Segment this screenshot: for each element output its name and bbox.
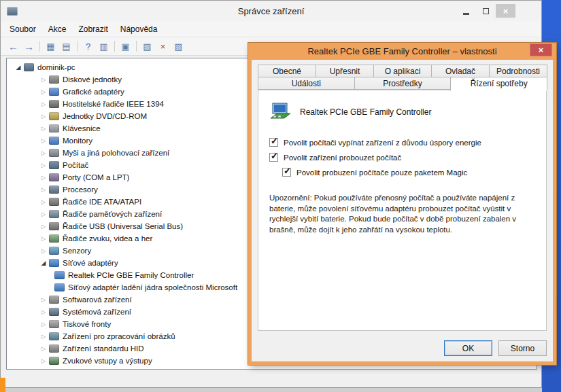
tree-item-label: Myši a jiná polohovací zařízení [63, 149, 169, 157]
processor-icon [49, 185, 59, 194]
tree-item-label: Porty (COM a LPT) [63, 173, 129, 181]
ieee1394-icon [49, 100, 59, 108]
ok-button[interactable]: OK [444, 340, 492, 356]
tab-o-aplikaci[interactable]: O aplikaci [373, 65, 432, 77]
network-adapter-icon [49, 259, 59, 267]
checkbox-label: Povolit probuzení počítače pouze paketem… [296, 168, 467, 177]
tree-item-label: Senzory [63, 247, 91, 255]
device-header: Realtek PCIe GBE Family Controller [269, 103, 536, 122]
tab-obecne[interactable]: Obecné [258, 65, 316, 77]
menu-item-napoveda[interactable]: Nápověda [114, 22, 164, 36]
power-management-panel: Realtek PCIe GBE Family Controller ✓Povo… [258, 90, 547, 331]
close-icon: × [503, 6, 509, 16]
checked-checkbox-icon[interactable]: ✓ [269, 138, 278, 147]
expand-arrow-icon[interactable]: ▷ [39, 77, 48, 83]
toolbar-separator [39, 41, 40, 52]
tree-item-label: Systémová zařízení [63, 308, 131, 316]
checkbox-povolit-zarizeni-probouzet-pocitac[interactable]: ✓Povolit zařízení probouzet počítač [269, 153, 536, 162]
tab-podrobnosti[interactable]: Podrobnosti [489, 65, 547, 77]
update-driver-icon[interactable]: ▧ [140, 40, 154, 53]
ide-controller-icon [49, 198, 59, 206]
tree-item-label: Řadiče paměťových zařízení [63, 210, 162, 218]
expand-arrow-icon[interactable]: ▷ [39, 248, 48, 254]
expand-arrow-icon[interactable]: ▷ [39, 101, 48, 107]
maximize-button[interactable] [476, 4, 496, 18]
expand-arrow-icon[interactable]: ▷ [39, 309, 48, 315]
menu-item-akce[interactable]: Akce [42, 22, 73, 36]
expand-arrow-icon[interactable]: ▷ [39, 321, 48, 327]
expand-arrow-icon[interactable]: ▷ [39, 346, 48, 352]
expand-arrow-icon[interactable]: ▷ [39, 89, 48, 95]
keyboard-icon [49, 124, 59, 132]
tab-ovladac[interactable]: Ovladač [431, 65, 490, 77]
expand-arrow-icon[interactable]: ▷ [39, 150, 48, 156]
expand-arrow-icon[interactable]: ▷ [39, 358, 48, 364]
tree-item-label: Softwarová zařízení [63, 296, 132, 304]
help-icon[interactable]: ? [81, 40, 95, 53]
properties-dialog: Realtek PCIe GBE Family Controller – vla… [248, 43, 556, 365]
window-title-bar[interactable]: Správce zařízení × [1, 1, 541, 21]
checkbox-povolit-probuzeni-pocitace-pouze-paketem-magic[interactable]: ✓Povolit probuzení počítače pouze pakete… [282, 168, 536, 177]
tree-item-label: Realtek PCIe GBE Family Controller [68, 271, 194, 279]
checked-checkbox-icon[interactable]: ✓ [269, 153, 278, 162]
back-icon[interactable]: ← [6, 40, 20, 53]
close-button[interactable]: × [496, 4, 515, 18]
properties-icon[interactable]: ▥ [97, 40, 111, 53]
uninstall-device-icon[interactable]: × [156, 40, 170, 53]
forward-icon[interactable]: → [22, 40, 36, 53]
disk-drive-icon [49, 75, 59, 84]
monitor-icon [49, 137, 59, 145]
check-mark-icon: ✓ [284, 166, 291, 176]
imaging-device-icon [49, 332, 59, 340]
expand-arrow-icon[interactable]: ▷ [39, 138, 48, 144]
ports-icon [49, 173, 59, 181]
cancel-button[interactable]: Storno [498, 340, 547, 356]
minimize-button[interactable] [456, 4, 476, 18]
tab-udalosti[interactable]: Události [258, 77, 355, 90]
expand-arrow-icon[interactable]: ▷ [39, 187, 48, 193]
tree-item-label: Grafické adaptéry [63, 88, 124, 96]
desktop-background-corner [0, 378, 5, 392]
console-tree-icon[interactable]: ▦ [44, 40, 58, 53]
close-icon: × [539, 45, 544, 55]
desktop: Správce zařízení × SouborAkceZobrazitNáp… [0, 0, 561, 392]
checkbox-group: ✓Povolit počítači vypínat zařízení z dův… [269, 138, 536, 177]
expand-arrow-icon[interactable]: ▷ [39, 224, 48, 230]
expand-arrow-icon[interactable]: ▷ [39, 162, 48, 168]
tab-row-2: UdálostiProstředkyŘízení spotřeby [258, 77, 547, 90]
export-list-icon[interactable]: ▤ [59, 40, 73, 53]
disable-device-icon[interactable]: ▨ [171, 40, 186, 53]
checkbox-povolit-pocitaci-vypinat-zarizeni-z-duvodu-uspory-energie[interactable]: ✓Povolit počítači vypínat zařízení z dův… [269, 138, 536, 147]
menu-item-soubor[interactable]: Soubor [3, 22, 42, 36]
expand-arrow-icon[interactable]: ▷ [39, 297, 48, 303]
menu-item-zobrazit[interactable]: Zobrazit [72, 22, 114, 36]
checked-checkbox-icon[interactable]: ✓ [282, 168, 291, 177]
expand-arrow-icon[interactable]: ▷ [39, 126, 48, 132]
sensor-icon [49, 247, 59, 255]
network-adapter-icon [54, 283, 65, 291]
checkbox-label: Povolit počítači vypínat zařízení z důvo… [284, 139, 481, 147]
expand-arrow-icon[interactable]: ▷ [39, 113, 48, 120]
checkbox-label: Povolit zařízení probouzet počítač [284, 154, 401, 162]
tree-item-label: Diskové jednotky [63, 75, 122, 84]
audio-device-icon [49, 357, 59, 365]
tree-item-label: Monitory [63, 137, 92, 145]
expand-arrow-icon[interactable]: ▷ [39, 199, 48, 205]
warning-text: Upozornění: Pokud používáte přenosný poč… [269, 193, 535, 235]
collapse-arrow-icon[interactable]: ◢ [14, 64, 23, 71]
device-name: Realtek PCIe GBE Family Controller [300, 107, 431, 117]
dialog-close-button[interactable]: × [530, 43, 552, 56]
expand-arrow-icon[interactable]: ▷ [39, 334, 48, 340]
expand-arrow-icon[interactable]: ▷ [39, 175, 48, 181]
tab-upresnit[interactable]: Upřesnit [316, 65, 374, 77]
tab-prostredky[interactable]: Prostředky [354, 77, 452, 90]
scan-hardware-changes-icon[interactable]: ▣ [118, 40, 133, 53]
expand-arrow-icon[interactable]: ▷ [39, 236, 48, 242]
expand-arrow-icon[interactable]: ▷ [39, 211, 48, 217]
dialog-body: ObecnéUpřesnitO aplikaciOvladačPodrobnos… [252, 60, 553, 361]
tab-rizeni-spotreby[interactable]: Řízení spotřeby [450, 77, 547, 91]
tree-item-label: Jednotky DVD/CD-ROM [63, 112, 147, 120]
dialog-title-bar[interactable]: Realtek PCIe GBE Family Controller – vla… [252, 43, 553, 60]
tree-item-label: Počítač [63, 161, 88, 169]
collapse-arrow-icon[interactable]: ◢ [39, 260, 48, 266]
